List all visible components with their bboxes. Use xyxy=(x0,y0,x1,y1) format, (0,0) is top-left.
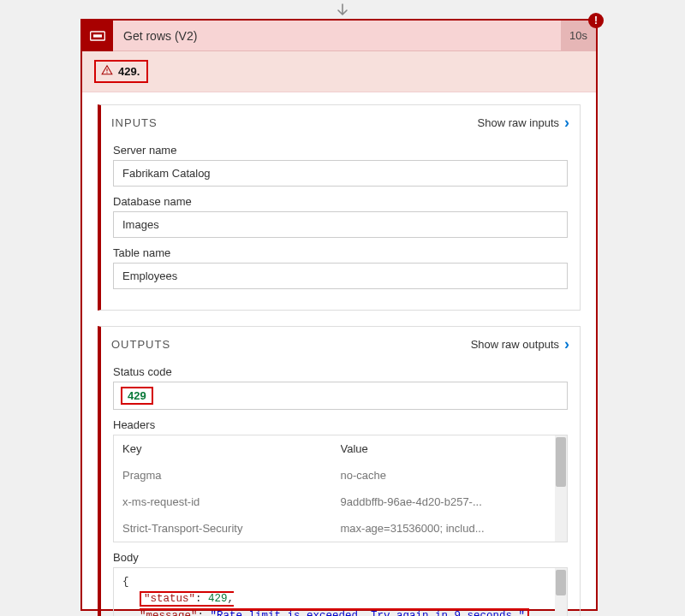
table-row: x-ms-request-id 9addbffb-96ae-4d20-b257-… xyxy=(114,489,567,515)
headers-table: Key Value Pragma no-cache x-ms-request-i… xyxy=(113,435,568,542)
headers-header-row: Key Value xyxy=(114,435,567,462)
show-raw-inputs-link[interactable]: Show raw inputs › xyxy=(478,114,569,132)
server-name-value[interactable]: Fabrikam Catalog xyxy=(113,160,568,187)
status-code-value[interactable]: 429 xyxy=(113,382,568,410)
json-val-message: "Rate limit is exceeded. Try again in 9 … xyxy=(211,610,526,616)
body-label: Body xyxy=(113,551,568,564)
chevron-right-icon: › xyxy=(564,335,569,353)
error-code-text: 429. xyxy=(118,65,140,78)
body-json[interactable]: { "status": 429, "message": "Rate limit … xyxy=(113,567,568,616)
body-scrollbar[interactable] xyxy=(555,568,567,616)
svg-rect-1 xyxy=(93,34,102,37)
json-val-status: 429 xyxy=(208,593,228,605)
table-row: Strict-Transport-Security max-age=315360… xyxy=(114,515,567,542)
error-code-pill: 429. xyxy=(94,60,148,83)
json-brace: { xyxy=(122,573,558,590)
warning-icon xyxy=(101,64,113,79)
header-value: 9addbffb-96ae-4d20-b257-... xyxy=(341,495,559,508)
table-name-label: Table name xyxy=(113,246,568,259)
table-name-value[interactable]: Employees xyxy=(113,263,568,289)
header-key: x-ms-request-id xyxy=(122,495,341,508)
json-key-status: "status" xyxy=(144,593,195,605)
headers-col-value: Value xyxy=(341,442,559,455)
show-raw-outputs-label: Show raw outputs xyxy=(471,338,559,351)
header-value: no-cache xyxy=(341,469,559,482)
action-card-get-rows: ! Get rows (V2) 10s 429. INPUTS Show xyxy=(80,19,598,611)
outputs-title: OUTPUTS xyxy=(111,338,471,351)
headers-scroll-thumb[interactable] xyxy=(556,437,566,487)
inputs-title: INPUTS xyxy=(111,116,478,129)
body-scroll-thumb[interactable] xyxy=(556,570,566,595)
sql-connector-icon xyxy=(82,21,113,51)
table-row: Pragma no-cache xyxy=(114,462,567,489)
headers-col-key: Key xyxy=(122,442,341,455)
outputs-section: OUTPUTS Show raw outputs › Status code 4… xyxy=(98,326,581,616)
json-key-message: "message" xyxy=(140,610,198,616)
card-header[interactable]: Get rows (V2) 10s xyxy=(82,21,596,51)
header-value: max-age=31536000; includ... xyxy=(341,522,559,535)
header-key: Pragma xyxy=(122,469,341,482)
status-code-label: Status code xyxy=(113,365,568,378)
database-name-label: Database name xyxy=(113,195,568,208)
server-name-label: Server name xyxy=(113,144,568,157)
body-highlight: "status": 429, "message": "Rate limit is… xyxy=(140,591,529,616)
headers-scrollbar[interactable] xyxy=(555,435,567,542)
status-code-highlight: 429 xyxy=(121,387,153,405)
card-title: Get rows (V2) xyxy=(113,29,561,43)
inputs-section: INPUTS Show raw inputs › Server name Fab… xyxy=(98,104,581,311)
svg-point-3 xyxy=(106,72,107,73)
show-raw-outputs-link[interactable]: Show raw outputs › xyxy=(471,335,569,353)
headers-label: Headers xyxy=(113,418,568,431)
show-raw-inputs-label: Show raw inputs xyxy=(478,116,559,129)
chevron-right-icon: › xyxy=(564,114,569,132)
error-bar: 429. xyxy=(82,51,596,92)
database-name-value[interactable]: Images xyxy=(113,211,568,238)
header-key: Strict-Transport-Security xyxy=(122,522,341,535)
error-badge-icon: ! xyxy=(588,13,604,28)
